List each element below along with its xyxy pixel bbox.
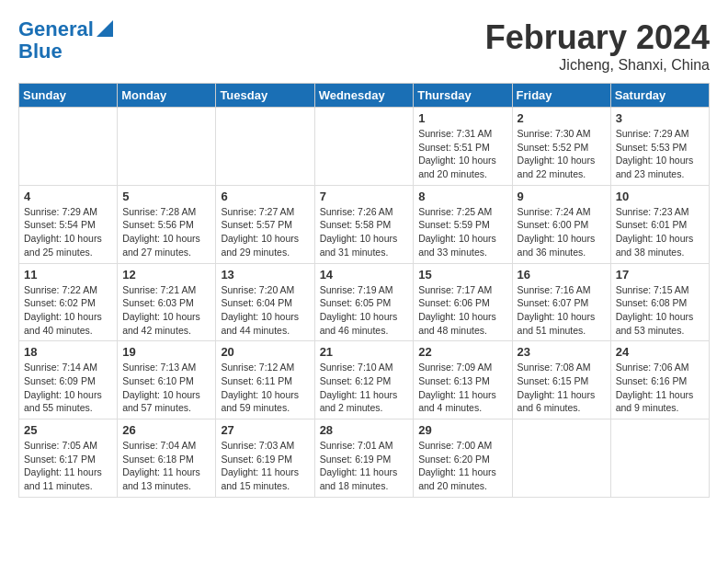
day-info: Sunrise: 7:10 AM Sunset: 6:12 PM Dayligh… [320, 361, 409, 415]
table-row [19, 108, 118, 186]
day-number: 1 [418, 111, 506, 125]
table-row: 14Sunrise: 7:19 AM Sunset: 6:05 PM Dayli… [314, 263, 414, 341]
day-number: 4 [24, 190, 112, 203]
calendar-week-row: 18Sunrise: 7:14 AM Sunset: 6:09 PM Dayli… [19, 341, 710, 419]
day-info: Sunrise: 7:29 AM Sunset: 5:53 PM Dayligh… [616, 127, 704, 181]
table-row: 1Sunrise: 7:31 AM Sunset: 5:51 PM Daylig… [414, 108, 512, 186]
table-row: 15Sunrise: 7:17 AM Sunset: 6:06 PM Dayli… [414, 263, 512, 341]
logo-text-line1: General [18, 18, 94, 40]
day-info: Sunrise: 7:26 AM Sunset: 5:58 PM Dayligh… [320, 205, 409, 259]
table-row: 28Sunrise: 7:01 AM Sunset: 6:19 PM Dayli… [314, 419, 414, 498]
day-number: 10 [616, 190, 704, 203]
title-block: February 2024 Jicheng, Shanxi, China [485, 18, 710, 74]
day-number: 29 [418, 423, 506, 437]
day-number: 9 [518, 190, 606, 203]
col-monday: Monday [118, 84, 216, 108]
day-number: 28 [320, 423, 409, 437]
day-number: 16 [518, 268, 606, 282]
table-row: 3Sunrise: 7:29 AM Sunset: 5:53 PM Daylig… [610, 108, 709, 186]
col-friday: Friday [512, 84, 610, 108]
calendar-week-row: 1Sunrise: 7:31 AM Sunset: 5:51 PM Daylig… [19, 108, 710, 186]
table-row: 18Sunrise: 7:14 AM Sunset: 6:09 PM Dayli… [19, 341, 118, 419]
day-info: Sunrise: 7:22 AM Sunset: 6:02 PM Dayligh… [24, 283, 112, 338]
col-saturday: Saturday [610, 84, 709, 108]
table-row: 25Sunrise: 7:05 AM Sunset: 6:17 PM Dayli… [19, 419, 118, 498]
table-row: 23Sunrise: 7:08 AM Sunset: 6:15 PM Dayli… [512, 341, 610, 419]
day-info: Sunrise: 7:13 AM Sunset: 6:10 PM Dayligh… [122, 361, 210, 415]
table-row: 27Sunrise: 7:03 AM Sunset: 6:19 PM Dayli… [216, 419, 314, 498]
calendar-table: Sunday Monday Tuesday Wednesday Thursday… [18, 83, 710, 498]
svg-marker-0 [97, 20, 113, 37]
day-info: Sunrise: 7:17 AM Sunset: 6:06 PM Dayligh… [418, 283, 506, 338]
day-info: Sunrise: 7:25 AM Sunset: 5:59 PM Dayligh… [418, 205, 506, 259]
day-info: Sunrise: 7:00 AM Sunset: 6:20 PM Dayligh… [418, 439, 506, 493]
day-info: Sunrise: 7:20 AM Sunset: 6:04 PM Dayligh… [221, 283, 309, 338]
day-number: 15 [418, 268, 506, 282]
day-number: 24 [616, 345, 704, 359]
day-number: 6 [221, 190, 309, 203]
table-row: 29Sunrise: 7:00 AM Sunset: 6:20 PM Dayli… [414, 419, 512, 498]
day-number: 7 [320, 190, 409, 203]
col-sunday: Sunday [19, 84, 118, 108]
day-number: 20 [221, 345, 309, 359]
table-row: 10Sunrise: 7:23 AM Sunset: 6:01 PM Dayli… [610, 185, 709, 263]
day-number: 12 [122, 268, 210, 282]
day-number: 3 [616, 111, 704, 125]
table-row: 16Sunrise: 7:16 AM Sunset: 6:07 PM Dayli… [512, 263, 610, 341]
day-number: 19 [122, 345, 210, 359]
day-number: 26 [122, 423, 210, 437]
col-thursday: Thursday [414, 84, 512, 108]
day-number: 25 [24, 423, 112, 437]
day-info: Sunrise: 7:19 AM Sunset: 6:05 PM Dayligh… [320, 283, 409, 338]
day-number: 22 [418, 345, 506, 359]
day-info: Sunrise: 7:05 AM Sunset: 6:17 PM Dayligh… [24, 439, 112, 493]
table-row: 6Sunrise: 7:27 AM Sunset: 5:57 PM Daylig… [216, 185, 314, 263]
day-info: Sunrise: 7:08 AM Sunset: 6:15 PM Dayligh… [518, 361, 606, 415]
day-number: 27 [221, 423, 309, 437]
table-row [216, 108, 314, 186]
day-number: 13 [221, 268, 309, 282]
day-info: Sunrise: 7:16 AM Sunset: 6:07 PM Dayligh… [518, 283, 606, 338]
logo-text-line2: Blue [18, 40, 63, 63]
day-info: Sunrise: 7:14 AM Sunset: 6:09 PM Dayligh… [24, 361, 112, 415]
day-number: 8 [418, 190, 506, 203]
table-row [314, 108, 414, 186]
day-info: Sunrise: 7:03 AM Sunset: 6:19 PM Dayligh… [221, 439, 309, 493]
table-row: 5Sunrise: 7:28 AM Sunset: 5:56 PM Daylig… [118, 185, 216, 263]
table-row: 9Sunrise: 7:24 AM Sunset: 6:00 PM Daylig… [512, 185, 610, 263]
day-number: 14 [320, 268, 409, 282]
table-row: 13Sunrise: 7:20 AM Sunset: 6:04 PM Dayli… [216, 263, 314, 341]
table-row: 12Sunrise: 7:21 AM Sunset: 6:03 PM Dayli… [118, 263, 216, 341]
table-row: 8Sunrise: 7:25 AM Sunset: 5:59 PM Daylig… [414, 185, 512, 263]
day-info: Sunrise: 7:12 AM Sunset: 6:11 PM Dayligh… [221, 361, 309, 415]
col-wednesday: Wednesday [314, 84, 414, 108]
day-number: 11 [24, 268, 112, 282]
logo-icon [97, 20, 113, 37]
day-info: Sunrise: 7:06 AM Sunset: 6:16 PM Dayligh… [616, 361, 704, 415]
day-number: 23 [518, 345, 606, 359]
table-row [610, 419, 709, 498]
day-info: Sunrise: 7:24 AM Sunset: 6:00 PM Dayligh… [518, 205, 606, 259]
day-number: 18 [24, 345, 112, 359]
table-row [512, 419, 610, 498]
day-info: Sunrise: 7:09 AM Sunset: 6:13 PM Dayligh… [418, 361, 506, 415]
table-row: 24Sunrise: 7:06 AM Sunset: 6:16 PM Dayli… [610, 341, 709, 419]
calendar-week-row: 11Sunrise: 7:22 AM Sunset: 6:02 PM Dayli… [19, 263, 710, 341]
day-info: Sunrise: 7:30 AM Sunset: 5:52 PM Dayligh… [518, 127, 606, 181]
table-row [118, 108, 216, 186]
calendar-week-row: 25Sunrise: 7:05 AM Sunset: 6:17 PM Dayli… [19, 419, 710, 498]
table-row: 21Sunrise: 7:10 AM Sunset: 6:12 PM Dayli… [314, 341, 414, 419]
day-number: 2 [518, 111, 606, 125]
day-info: Sunrise: 7:31 AM Sunset: 5:51 PM Dayligh… [418, 127, 506, 181]
day-info: Sunrise: 7:04 AM Sunset: 6:18 PM Dayligh… [122, 439, 210, 493]
table-row: 17Sunrise: 7:15 AM Sunset: 6:08 PM Dayli… [610, 263, 709, 341]
day-info: Sunrise: 7:15 AM Sunset: 6:08 PM Dayligh… [616, 283, 704, 338]
calendar-subtitle: Jicheng, Shanxi, China [485, 57, 710, 74]
page-header: General Blue February 2024 Jicheng, Shan… [18, 18, 710, 74]
day-number: 5 [122, 190, 210, 203]
table-row: 2Sunrise: 7:30 AM Sunset: 5:52 PM Daylig… [512, 108, 610, 186]
table-row: 7Sunrise: 7:26 AM Sunset: 5:58 PM Daylig… [314, 185, 414, 263]
table-row: 20Sunrise: 7:12 AM Sunset: 6:11 PM Dayli… [216, 341, 314, 419]
day-info: Sunrise: 7:29 AM Sunset: 5:54 PM Dayligh… [24, 205, 112, 259]
day-info: Sunrise: 7:28 AM Sunset: 5:56 PM Dayligh… [122, 205, 210, 259]
